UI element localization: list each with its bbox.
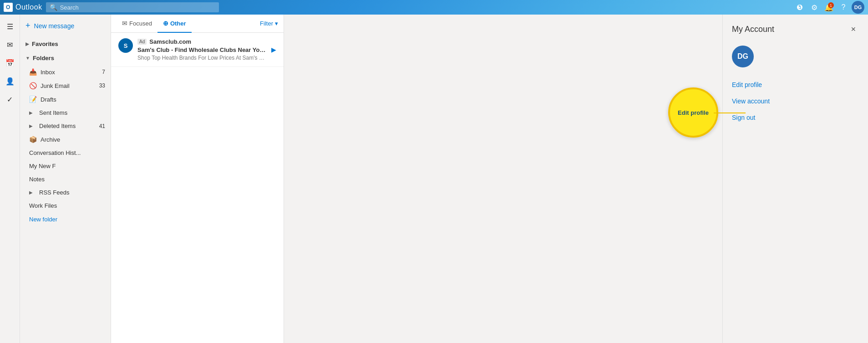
hamburger-icon: ☰	[7, 22, 13, 31]
drafts-icon: 📝	[29, 96, 37, 103]
email-avatar: S	[118, 38, 133, 53]
user-avatar[interactable]: DG	[852, 1, 864, 14]
inbox-icon: 📥	[29, 68, 37, 76]
sidebar-item-conv-hist[interactable]: Conversation Hist...	[20, 146, 111, 159]
notifications-icon[interactable]: 🔔 1	[822, 1, 835, 14]
tasks-icon: ✓	[7, 95, 13, 104]
skype-icon[interactable]	[793, 1, 806, 14]
account-panel-title: My Account	[732, 25, 774, 34]
new-folder-label: New folder	[29, 216, 57, 223]
calendar-icon: 📅	[5, 59, 15, 67]
people-icon: 👤	[5, 77, 15, 86]
ad-badge: Ad	[137, 39, 147, 45]
favorites-section[interactable]: ▶ Favorites	[20, 37, 111, 51]
account-profile-row: DG	[723, 42, 868, 77]
sign-out-link[interactable]: Sign out	[732, 109, 859, 126]
edit-profile-link[interactable]: Edit profile	[732, 77, 859, 93]
top-bar-icons: ⚙ 🔔 1 ? DG	[793, 1, 864, 14]
folders-section[interactable]: ▼ Folders	[20, 51, 111, 65]
email-list: ✉ Focused ⊕ Other Filter ▾ S Ad Samsclub…	[111, 15, 284, 343]
sent-label: Sent Items	[39, 109, 67, 116]
search-icon: 🔍	[50, 4, 57, 11]
archive-icon: 📦	[29, 136, 37, 143]
new-message-label: New message	[34, 22, 75, 30]
sidebar: + New message ▶ Favorites ▼ Folders 📥 In…	[20, 15, 111, 343]
people-button[interactable]: 👤	[2, 73, 18, 89]
sidebar-item-deleted[interactable]: ▶ Deleted Items 41	[20, 119, 111, 133]
settings-icon[interactable]: ⚙	[808, 1, 821, 14]
email-subject: Sam's Club - Find Wholesale Clubs Near Y…	[137, 46, 267, 53]
filter-label: Filter	[260, 20, 273, 27]
account-panel-close-button[interactable]: ✕	[848, 24, 859, 35]
toolbar: ☰ ✉ 📅 👤 ✓	[0, 15, 20, 343]
app-logo: O Outlook	[4, 3, 42, 12]
top-bar: O Outlook 🔍 ⚙ 🔔 1 ? DG	[0, 0, 868, 15]
content-area	[284, 15, 722, 343]
account-panel-links: Edit profile View account Sign out	[723, 77, 868, 126]
main-layout: ☰ ✉ 📅 👤 ✓ + New message ▶ Favorites ▼ Fo…	[0, 15, 868, 343]
focused-tab-icon: ✉	[122, 20, 127, 27]
other-tab-icon: ⊕	[163, 20, 168, 27]
notes-label: Notes	[29, 176, 45, 183]
tab-focused[interactable]: ✉ Focused	[117, 15, 157, 33]
outlook-icon: O	[4, 3, 13, 12]
favorites-chevron-icon: ▶	[25, 41, 29, 46]
focused-tab-label: Focused	[129, 20, 152, 27]
help-icon[interactable]: ?	[837, 1, 850, 14]
tab-other[interactable]: ⊕ Other	[157, 15, 192, 33]
junk-badge: 33	[99, 82, 105, 89]
email-item[interactable]: S Ad Samsclub.com Sam's Club - Find Whol…	[111, 33, 284, 67]
rss-label: RSS Feeds	[39, 189, 69, 196]
sidebar-item-work-files[interactable]: Work Files	[20, 199, 111, 212]
sidebar-item-rss[interactable]: ▶ RSS Feeds	[20, 186, 111, 199]
tasks-button[interactable]: ✓	[2, 91, 18, 108]
inbox-label: Inbox	[41, 69, 55, 76]
close-icon: ✕	[851, 26, 856, 33]
archive-label: Archive	[41, 136, 60, 143]
compose-button[interactable]: ✉	[2, 36, 18, 53]
sidebar-item-drafts[interactable]: 📝 Drafts	[20, 92, 111, 106]
drafts-label: Drafts	[41, 96, 56, 103]
rss-chevron-icon: ▶	[29, 190, 33, 195]
favorites-label: Favorites	[32, 41, 58, 47]
sidebar-item-inbox[interactable]: 📥 Inbox 7	[20, 65, 111, 79]
folders-chevron-icon: ▼	[25, 56, 30, 61]
search-input[interactable]	[60, 4, 215, 11]
folders-label: Folders	[33, 55, 54, 61]
view-account-link[interactable]: View account	[732, 93, 859, 109]
search-bar[interactable]: 🔍	[46, 2, 219, 12]
my-new-f-label: My New F	[29, 163, 56, 169]
deleted-badge: 41	[99, 123, 105, 129]
sidebar-item-my-new-f[interactable]: My New F	[20, 159, 111, 173]
work-files-label: Work Files	[29, 202, 57, 209]
calendar-button[interactable]: 📅	[2, 55, 18, 71]
app-name: Outlook	[15, 3, 42, 11]
email-sender: Samsclub.com	[149, 38, 191, 45]
sidebar-item-notes[interactable]: Notes	[20, 173, 111, 186]
email-content: Ad Samsclub.com Sam's Club - Find Wholes…	[137, 38, 267, 61]
email-tabs: ✉ Focused ⊕ Other Filter ▾	[111, 15, 284, 33]
account-panel-header: My Account ✕	[723, 15, 868, 42]
new-folder-button[interactable]: New folder	[20, 212, 111, 226]
account-panel: My Account ✕ DG Edit profile View accoun…	[722, 15, 868, 343]
deleted-label: Deleted Items	[39, 123, 76, 129]
other-tab-label: Other	[170, 20, 186, 27]
new-message-button[interactable]: + New message	[20, 15, 111, 37]
notification-badge: 1	[828, 2, 834, 8]
plus-icon: +	[25, 21, 30, 31]
sidebar-item-sent[interactable]: ▶ Sent Items	[20, 106, 111, 119]
filter-chevron-icon: ▾	[275, 20, 278, 27]
sidebar-item-archive[interactable]: 📦 Archive	[20, 133, 111, 146]
hamburger-button[interactable]: ☰	[2, 18, 18, 35]
filter-button[interactable]: Filter ▾	[260, 20, 278, 27]
junk-icon: 🚫	[29, 82, 37, 89]
conv-hist-label: Conversation Hist...	[29, 149, 81, 156]
sidebar-item-junk[interactable]: 🚫 Junk Email 33	[20, 79, 111, 92]
email-preview: Shop Top Health Brands For Low Prices At…	[137, 55, 267, 61]
junk-label: Junk Email	[41, 82, 70, 89]
compose-icon: ✉	[7, 41, 13, 49]
sent-chevron-icon: ▶	[29, 110, 33, 115]
deleted-chevron-icon: ▶	[29, 123, 33, 128]
email-forward-icon: ▶	[271, 46, 276, 53]
inbox-badge: 7	[102, 69, 105, 75]
